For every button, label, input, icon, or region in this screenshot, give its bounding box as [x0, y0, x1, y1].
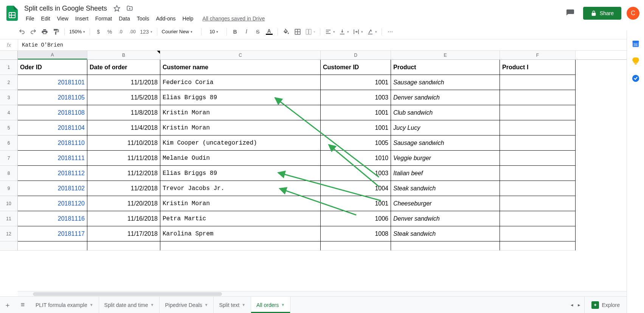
cell[interactable]: Denver sandwich — [391, 90, 500, 105]
cell[interactable] — [500, 90, 576, 105]
row-header-8[interactable]: 8 — [0, 166, 18, 181]
row-header-4[interactable]: 4 — [0, 105, 18, 120]
doc-title[interactable]: Split cells in Google Sheets — [23, 4, 109, 13]
cell[interactable] — [18, 241, 87, 251]
menu-add-ons[interactable]: Add-ons — [153, 14, 178, 23]
cell[interactable]: Petra Martic — [160, 211, 321, 226]
cell[interactable]: Cheeseburger — [391, 196, 500, 211]
print-button[interactable] — [39, 26, 50, 37]
merge-cells-button[interactable] — [304, 26, 317, 37]
cell[interactable] — [160, 241, 321, 251]
row-header-12[interactable]: 12 — [0, 226, 18, 241]
cell[interactable]: 1005 — [321, 135, 391, 151]
sheet-tab-menu-icon[interactable]: ▼ — [151, 303, 154, 307]
sheet-tab-pipedrive-deals[interactable]: Pipedrive Deals▼ — [160, 297, 214, 313]
cell[interactable]: 11/10/2018 — [87, 135, 160, 151]
more-toolbar-button[interactable]: ⋯ — [385, 26, 396, 37]
format-percent-button[interactable]: % — [104, 26, 115, 37]
menu-format[interactable]: Format — [92, 14, 115, 23]
row-header-11[interactable]: 11 — [0, 211, 18, 226]
sheet-tab-menu-icon[interactable]: ▼ — [205, 303, 208, 307]
cell[interactable]: 1006 — [321, 211, 391, 226]
cell[interactable] — [500, 135, 576, 151]
cell[interactable]: 11/16/2018 — [87, 211, 160, 226]
cell[interactable]: 11/1/2018 — [87, 75, 160, 90]
cell[interactable]: 1008 — [321, 226, 391, 241]
cell[interactable] — [500, 75, 576, 90]
borders-button[interactable] — [292, 26, 303, 37]
cell[interactable]: 1003 — [321, 166, 391, 181]
cell[interactable]: 20181111 — [18, 151, 87, 166]
header-cell[interactable]: Oder ID — [18, 60, 87, 75]
text-color-button[interactable]: A — [264, 26, 275, 37]
cell[interactable]: Kristin Moran — [160, 105, 321, 120]
fill-color-button[interactable] — [281, 26, 292, 37]
cell[interactable]: 20181105 — [18, 90, 87, 105]
header-cell[interactable]: Date of order — [87, 60, 160, 75]
header-cell[interactable]: Customer ID — [321, 60, 391, 75]
sheets-logo[interactable] — [5, 6, 20, 21]
cell[interactable]: Karolina Sprem — [160, 226, 321, 241]
cell[interactable]: 20181104 — [18, 120, 87, 135]
tasks-addon-icon[interactable] — [632, 74, 640, 83]
cell[interactable]: Kristin Moran — [160, 196, 321, 211]
cell[interactable]: Sausage sandwich — [391, 75, 500, 90]
row-header-5[interactable]: 5 — [0, 120, 18, 135]
cell[interactable] — [500, 105, 576, 120]
move-to-folder-icon[interactable] — [125, 4, 134, 13]
horizontal-scroll-thumb[interactable] — [33, 292, 222, 296]
comments-icon[interactable] — [563, 6, 578, 21]
cell[interactable]: Veggie burger — [391, 151, 500, 166]
cell[interactable]: Steak sandwich — [391, 181, 500, 196]
cell[interactable]: 11/4/2018 — [87, 120, 160, 135]
tabs-scroll-right-icon[interactable]: ▸ — [578, 302, 580, 308]
cell[interactable] — [500, 151, 576, 166]
menu-data[interactable]: Data — [116, 14, 133, 23]
cell[interactable] — [500, 226, 576, 241]
undo-button[interactable] — [17, 26, 27, 37]
sheet-tab-menu-icon[interactable]: ▼ — [281, 303, 285, 307]
cell[interactable]: 20181102 — [18, 181, 87, 196]
cell[interactable]: 1001 — [321, 105, 391, 120]
cell[interactable] — [321, 241, 391, 251]
redo-button[interactable] — [28, 26, 39, 37]
row-header-2[interactable]: 2 — [0, 75, 18, 90]
paint-format-button[interactable] — [51, 26, 61, 37]
cell[interactable]: 11/11/2018 — [87, 151, 160, 166]
cell[interactable]: 1001 — [321, 75, 391, 90]
keep-addon-icon[interactable] — [632, 57, 640, 65]
cell[interactable] — [500, 241, 576, 251]
sheet-tab-menu-icon[interactable]: ▼ — [242, 303, 245, 307]
cell[interactable]: 11/2/2018 — [87, 181, 160, 196]
decrease-decimals-button[interactable]: .0 — [116, 26, 126, 37]
share-button[interactable]: Share — [583, 7, 621, 20]
format-currency-button[interactable]: $ — [93, 26, 104, 37]
cell[interactable]: Kristin Moran — [160, 120, 321, 135]
menu-help[interactable]: Help — [180, 14, 197, 23]
cell[interactable]: 1001 — [321, 120, 391, 135]
bold-button[interactable]: B — [230, 26, 241, 37]
avatar[interactable]: C — [627, 7, 639, 20]
tabs-scroll-left-icon[interactable]: ◂ — [571, 302, 573, 308]
row-header-10[interactable]: 10 — [0, 196, 18, 211]
header-cell[interactable]: Customer name — [160, 60, 321, 75]
cell[interactable]: 20181108 — [18, 105, 87, 120]
cell[interactable]: 20181110 — [18, 135, 87, 151]
cell[interactable]: 11/12/2018 — [87, 166, 160, 181]
text-rotation-button[interactable] — [365, 26, 379, 37]
sheet-tab-split-text[interactable]: Split text▼ — [214, 297, 251, 313]
sheet-tab-all-orders[interactable]: All orders▼ — [251, 297, 290, 313]
cell[interactable]: 20181117 — [18, 226, 87, 241]
menu-view[interactable]: View — [54, 14, 71, 23]
sheet-tab-plit-formula-example[interactable]: PLIT formula example▼ — [30, 297, 99, 313]
cell[interactable]: 11/8/2018 — [87, 105, 160, 120]
cell[interactable]: Federico Coria — [160, 75, 321, 90]
drive-save-status[interactable]: All changes saved in Drive — [202, 16, 265, 22]
cell[interactable]: Trevor Jacobs Jr. — [160, 181, 321, 196]
cell[interactable]: 1004 — [321, 181, 391, 196]
menu-insert[interactable]: Insert — [72, 14, 92, 23]
cell[interactable]: Italian beef — [391, 166, 500, 181]
calendar-addon-icon[interactable]: 31 — [632, 39, 640, 48]
cell[interactable]: 20181101 — [18, 75, 87, 90]
cell[interactable]: Melanie Oudin — [160, 151, 321, 166]
